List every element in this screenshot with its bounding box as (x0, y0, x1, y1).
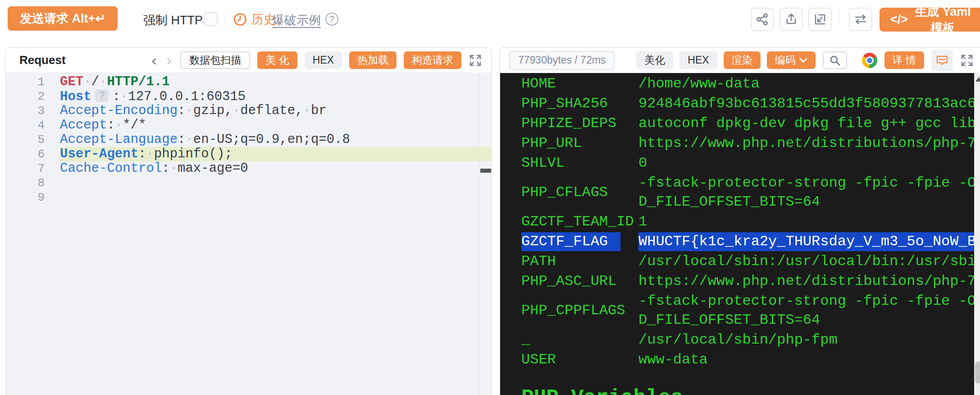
prev-request-button[interactable]: ‹ (150, 53, 158, 68)
fuzz-example-link[interactable]: 爆破示例 (272, 12, 321, 28)
beautify-button[interactable]: 美 化 (257, 51, 297, 69)
encode-dropdown[interactable]: 编码 (767, 51, 816, 69)
env-key: PHP_CFLAGS (521, 183, 638, 202)
comment-button[interactable] (931, 50, 953, 71)
editor-line: 1GET·/·HTTP/1.1 (6, 75, 491, 89)
env-value: 1 (638, 212, 974, 231)
scrollbar-thumb[interactable] (975, 362, 980, 383)
code-token: HTTP/1.1 (107, 74, 169, 89)
code-token: Host (60, 89, 91, 104)
env-row: PHP_ASC_URLhttps://www.php.net/distribut… (521, 271, 974, 291)
code-token: 127.0.0.1:60315 (128, 89, 246, 104)
env-value: WHUCTF{k1c_kra2y_THURsday_V_m3_5o_NoW_B (638, 232, 974, 251)
env-key: PHPIZE_DEPS (521, 114, 638, 133)
next-request-button[interactable]: › (165, 53, 173, 68)
construct-request-button[interactable]: 构造请求 (404, 51, 461, 69)
editor-line-content: Accept:·*/* (60, 118, 491, 133)
env-row: GZCTF_FLAGWHUCTF{k1c_kra2y_THURsday_V_m3… (521, 232, 974, 252)
env-row: PHP_URLhttps://www.php.net/distributions… (521, 133, 974, 153)
code-token: · (115, 118, 123, 133)
response-render-view[interactable]: HOME/home/www-dataPHP_SHA256924846abf93b… (500, 73, 980, 395)
env-key: SHLVL (521, 154, 638, 173)
php-variables-heading: PHP Variables (521, 386, 683, 395)
env-key: _ (521, 331, 638, 349)
scroll-up-arrow-icon[interactable] (975, 77, 980, 82)
export-button[interactable] (779, 8, 803, 31)
code-token: en-US;q=0.9,en;q=0.8 (193, 132, 350, 147)
code-token: · (120, 89, 128, 104)
code-token: · (232, 103, 240, 118)
request-panel: Request ‹ › 数据包扫描美 化HEX热加载构造请求 1GET·/·HT… (5, 47, 492, 395)
swap-arrows-icon (853, 13, 868, 26)
env-row: PHPIZE_DEPSautoconf dpkg-dev dpkg file g… (521, 114, 974, 133)
import-button[interactable] (808, 8, 832, 31)
env-row: PATH/usr/local/sbin:/usr/local/bin:/usr/… (521, 252, 974, 271)
code-token: : (138, 147, 146, 161)
hex-button[interactable]: HEX (679, 51, 717, 69)
code-token: : (112, 89, 120, 104)
line-number: 4 (6, 118, 60, 133)
render-button[interactable]: 渲染 (724, 51, 761, 69)
env-key: HOME (521, 74, 638, 93)
chevron-down-icon (799, 58, 807, 63)
code-icon: </> (890, 13, 908, 27)
generate-yaml-button[interactable]: </> 生成 Yaml 模板 (880, 8, 980, 32)
code-token: · (83, 74, 91, 89)
code-token: : (162, 161, 169, 176)
env-key: PHP_ASC_URL (521, 272, 638, 291)
editor-scrollbar[interactable] (479, 73, 480, 395)
line-number: 9 (6, 190, 60, 205)
fullscreen-icon[interactable] (960, 54, 974, 67)
hot-reload-button[interactable]: 热加载 (349, 51, 397, 69)
packet-scan-button[interactable]: 数据包扫描 (180, 51, 250, 69)
hex-button[interactable]: HEX (305, 51, 342, 69)
editor-line: 2Host?:·127.0.0.1:60315 (6, 89, 491, 104)
search-button[interactable] (823, 51, 847, 69)
generate-yaml-label: 生成 Yaml 模板 (913, 4, 972, 36)
request-editor[interactable]: 1GET·/·HTTP/1.12Host?:·127.0.0.1:603153A… (6, 73, 491, 395)
header-hint-badge: ? (95, 89, 109, 102)
chrome-button[interactable] (862, 53, 877, 68)
env-value: autoconf dpkg-dev dpkg file g++ gcc lib (638, 114, 974, 133)
editor-ruler-mark (480, 169, 491, 173)
divider (854, 54, 855, 67)
comment-icon (935, 54, 949, 67)
env-value: /usr/local/sbin:/usr/local/bin:/usr/sbi (638, 252, 974, 271)
line-number: 1 (6, 75, 60, 89)
details-button[interactable]: 详 情 (884, 51, 924, 69)
export-icon (784, 13, 798, 26)
swap-button[interactable] (849, 8, 872, 31)
line-number: 3 (6, 104, 60, 118)
force-https-checkbox[interactable] (204, 12, 218, 26)
response-stats-badge: 77930bytes / 72ms (509, 51, 615, 70)
beautify-button-label: 美化 (644, 53, 665, 67)
code-token: Cache-Control (60, 161, 162, 176)
env-value: /home/www-data (638, 74, 974, 93)
code-token: : (178, 103, 185, 118)
line-number: 5 (6, 133, 60, 147)
beautify-button[interactable]: 美化 (636, 51, 673, 69)
editor-line: 4Accept:·*/* (6, 118, 491, 133)
line-number: 2 (6, 89, 60, 104)
share-button[interactable] (751, 8, 774, 31)
env-value: https://www.php.net/distributions/php-7 (638, 134, 974, 153)
help-icon[interactable]: ? (325, 13, 338, 26)
hex-button-label: HEX (313, 54, 334, 66)
env-value: https://www.php.net/distributions/php-7 (638, 272, 974, 291)
response-scrollbar[interactable] (974, 73, 980, 395)
code-token: Accept-Language (60, 132, 178, 147)
send-request-button[interactable]: 发送请求 Alt+↵ (8, 6, 118, 31)
code-token: gzip, (193, 103, 232, 118)
env-value: /usr/local/sbin/php-fpm (638, 331, 974, 349)
top-toolbar: 发送请求 Alt+↵ 强制 HTTPS 历史 爆破示例 ? (0, 0, 980, 41)
env-key: GZCTF_TEAM_ID (521, 212, 638, 231)
editor-line-content: Accept-Encoding:·gzip,·deflate,·br (60, 104, 491, 118)
env-value: 0 (638, 154, 974, 173)
env-row: GZCTF_TEAM_ID1 (521, 212, 974, 232)
editor-line: 3Accept-Encoding:·gzip,·deflate,·br (6, 104, 491, 118)
env-value: 924846abf93bc613815c55dd3f5809377813ac6 (638, 94, 974, 113)
code-token: · (185, 103, 193, 118)
history-button[interactable]: 历史 (233, 11, 276, 28)
env-row: PHP_CPPFLAGS-fstack-protector-strong -fp… (521, 291, 974, 330)
fullscreen-icon[interactable] (469, 54, 482, 67)
